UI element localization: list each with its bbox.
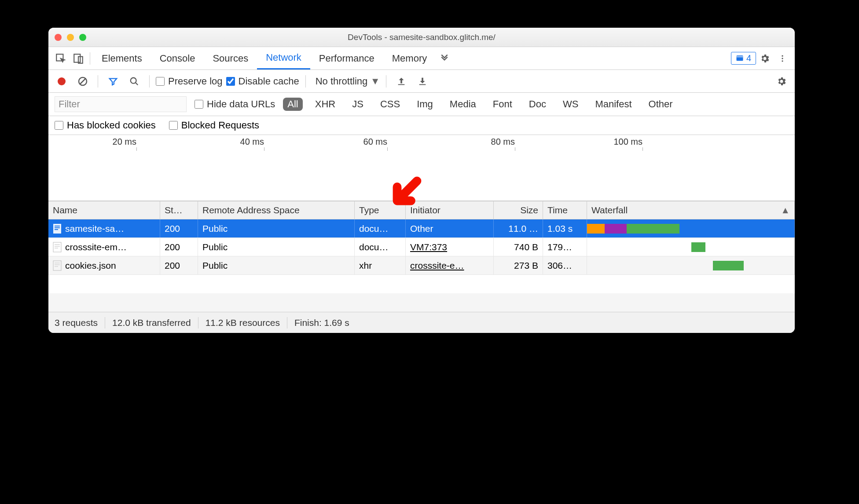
timeline-overview[interactable]: 20 ms40 ms60 ms80 ms100 ms xyxy=(48,135,795,201)
request-type: xhr xyxy=(359,260,372,271)
svg-point-6 xyxy=(782,60,783,62)
request-ras: Public xyxy=(202,223,228,234)
filter-type-doc[interactable]: Doc xyxy=(525,98,551,111)
timeline-tick-label: 20 ms xyxy=(113,137,136,147)
blocked-requests-checkbox[interactable]: Blocked Requests xyxy=(169,120,259,131)
col-size[interactable]: Size xyxy=(494,201,543,219)
request-time: 306… xyxy=(547,260,572,271)
filter-type-manifest[interactable]: Manifest xyxy=(591,98,636,111)
svg-point-4 xyxy=(782,55,783,56)
request-type: docu… xyxy=(359,242,389,252)
separator xyxy=(98,75,98,88)
hide-data-urls-checkbox[interactable]: Hide data URLs xyxy=(195,99,275,110)
upload-har-icon[interactable] xyxy=(393,73,410,90)
col-status[interactable]: St… xyxy=(160,201,198,219)
timeline-tick-label: 60 ms xyxy=(363,137,387,147)
disable-cache-label: Disable cache xyxy=(239,76,299,87)
throttling-select[interactable]: No throttling xyxy=(312,74,381,88)
footer-resources: 11.2 kB resources xyxy=(206,318,280,328)
preserve-log-checkbox[interactable]: Preserve log xyxy=(156,76,223,87)
request-initiator: Other xyxy=(410,223,433,234)
settings-icon[interactable] xyxy=(756,50,774,67)
network-settings-icon[interactable] xyxy=(773,73,790,90)
filter-type-media[interactable]: Media xyxy=(445,98,481,111)
filter-bar-row2: Has blocked cookies Blocked Requests xyxy=(48,116,795,135)
col-waterfall[interactable]: Waterfall ▲ xyxy=(587,201,795,219)
request-ras: Public xyxy=(202,260,228,271)
filter-type-xhr[interactable]: XHR xyxy=(311,98,340,111)
has-blocked-cookies-checkbox[interactable]: Has blocked cookies xyxy=(55,120,156,131)
table-row[interactable]: samesite-sa…200Publicdocu…Other11.0 …1.0… xyxy=(48,219,795,238)
filter-type-img[interactable]: Img xyxy=(412,98,437,111)
svg-rect-19 xyxy=(53,261,61,270)
filter-type-ws[interactable]: WS xyxy=(558,98,583,111)
filter-icon[interactable] xyxy=(104,73,122,90)
col-name[interactable]: Name xyxy=(48,201,160,219)
sort-indicator-icon: ▲ xyxy=(781,205,790,215)
waterfall-bar xyxy=(691,242,705,252)
request-size: 740 B xyxy=(514,242,538,252)
request-status: 200 xyxy=(165,223,180,234)
request-size: 273 B xyxy=(514,260,538,271)
filter-input[interactable] xyxy=(55,96,187,112)
kebab-menu-icon[interactable] xyxy=(774,50,791,67)
svg-rect-11 xyxy=(53,224,61,234)
col-initiator[interactable]: Initiator xyxy=(406,201,494,219)
tab-elements[interactable]: Elements xyxy=(93,47,151,69)
console-issues-badge[interactable]: 4 xyxy=(731,52,756,65)
inspect-element-icon[interactable] xyxy=(52,50,70,67)
timeline-tick-label: 80 ms xyxy=(491,137,515,147)
request-time: 179… xyxy=(547,242,572,252)
request-name: cookies.json xyxy=(65,260,116,271)
record-button[interactable] xyxy=(53,73,70,90)
main-tab-bar: ElementsConsoleSourcesNetworkPerformance… xyxy=(48,47,795,70)
waterfall-cell xyxy=(587,219,795,237)
waterfall-bar xyxy=(605,224,627,234)
col-remote-address-space[interactable]: Remote Address Space xyxy=(198,201,355,219)
filter-type-all[interactable]: All xyxy=(283,98,302,111)
filter-type-font[interactable]: Font xyxy=(488,98,517,111)
close-window-button[interactable] xyxy=(55,34,62,41)
filter-type-css[interactable]: CSS xyxy=(376,98,404,111)
empty-rows xyxy=(48,275,795,312)
table-row[interactable]: cookies.json200Publicxhrcrosssite-e…273 … xyxy=(48,256,795,275)
svg-rect-18 xyxy=(55,248,58,248)
table-header: Name St… Remote Address Space Type Initi… xyxy=(48,201,795,219)
tab-console[interactable]: Console xyxy=(151,47,204,69)
request-initiator[interactable]: VM7:373 xyxy=(410,242,447,252)
search-icon[interactable] xyxy=(125,73,143,90)
request-initiator[interactable]: crosssite-e… xyxy=(410,260,464,271)
col-time[interactable]: Time xyxy=(543,201,587,219)
download-har-icon[interactable] xyxy=(414,73,431,90)
traffic-lights xyxy=(55,34,86,41)
device-toolbar-icon[interactable] xyxy=(70,50,87,67)
more-tabs-icon[interactable] xyxy=(436,50,453,67)
waterfall-bar xyxy=(587,224,605,234)
table-row[interactable]: crosssite-em…200Publicdocu…VM7:373740 B1… xyxy=(48,238,795,256)
clear-button[interactable] xyxy=(74,73,92,90)
separator xyxy=(90,52,90,65)
footer-requests: 3 requests xyxy=(55,318,98,328)
disable-cache-checkbox[interactable]: Disable cache xyxy=(226,76,299,87)
svg-rect-1 xyxy=(74,54,80,62)
tab-performance[interactable]: Performance xyxy=(310,47,383,69)
request-time: 1.03 s xyxy=(547,223,573,234)
waterfall-bar xyxy=(713,261,744,270)
tab-memory[interactable]: Memory xyxy=(383,47,436,69)
filter-type-other[interactable]: Other xyxy=(644,98,677,111)
filter-type-js[interactable]: JS xyxy=(348,98,368,111)
minimize-window-button[interactable] xyxy=(67,34,74,41)
requests-table: Name St… Remote Address Space Type Initi… xyxy=(48,201,795,312)
request-size: 11.0 … xyxy=(508,223,538,234)
zoom-window-button[interactable] xyxy=(79,34,86,41)
waterfall-bar xyxy=(627,224,679,234)
col-type[interactable]: Type xyxy=(355,201,406,219)
network-toolbar: Preserve log Disable cache No throttling… xyxy=(48,70,795,93)
tab-sources[interactable]: Sources xyxy=(204,47,257,69)
request-type: docu… xyxy=(359,223,389,234)
request-status: 200 xyxy=(165,242,180,252)
tab-network[interactable]: Network xyxy=(257,47,310,69)
svg-rect-20 xyxy=(55,263,60,263)
footer-finish: Finish: 1.69 s xyxy=(294,318,349,328)
hide-data-urls-label: Hide data URLs xyxy=(207,99,275,110)
